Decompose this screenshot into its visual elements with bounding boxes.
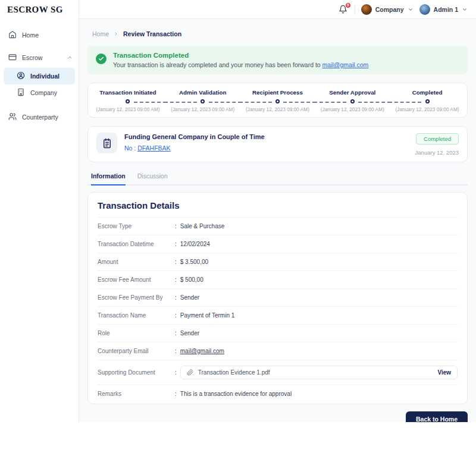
detail-label: Transaction Datetime (98, 241, 175, 247)
transaction-status-block: Completed January 12, 2023 (415, 133, 459, 156)
transaction-number: No : DFAHFBAK (124, 144, 265, 152)
detail-colon: : (175, 223, 177, 229)
company-avatar (361, 4, 372, 15)
step-circle (201, 99, 205, 103)
chevron-right-icon (114, 32, 118, 36)
breadcrumb: Home Review Transaction (87, 27, 468, 37)
detail-colon: : (175, 241, 177, 247)
sidebar: ESCROW SG Home Escrow (0, 0, 79, 422)
step-label: Transaction Initiated (90, 89, 165, 96)
detail-row-role: Role : Sender (98, 325, 458, 342)
detail-label: Escrow Type (98, 223, 175, 229)
sidebar-item-label: Individual (30, 73, 60, 80)
back-to-home-button[interactable]: Back to Home (406, 411, 468, 422)
detail-label: Transaction Name (98, 312, 175, 319)
sidebar-nav: Home Escrow Individual (0, 19, 79, 125)
chevron-down-icon (462, 7, 468, 12)
detail-value: This is a transaction evidence for appro… (180, 391, 292, 397)
footer-actions: Back to Home (87, 411, 468, 422)
detail-label: Role (98, 330, 175, 336)
app-frame: ESCROW SG Home Escrow (0, 0, 476, 422)
user-menu-label: Admin 1 (434, 6, 458, 13)
success-banner: Transaction Completed Your transaction i… (87, 46, 468, 74)
top-header: 9 Company Admin 1 (79, 0, 476, 19)
detail-value: $ 500,00 (180, 276, 203, 283)
detail-colon: : (175, 391, 177, 397)
detail-value: Sender (180, 330, 199, 336)
step-transaction-initiated: Transaction Initiated (January 12, 2023 … (90, 89, 165, 112)
sidebar-item-escrow[interactable]: Escrow (0, 50, 79, 65)
notification-count-badge: 9 (345, 2, 351, 8)
detail-row-remarks: Remarks : This is a transaction evidence… (98, 385, 458, 402)
detail-label: Amount (98, 259, 175, 265)
header-divider (355, 5, 355, 14)
escrow-submenu: Individual Company (0, 68, 79, 101)
detail-row-escrow-fee-payment-by: Escrow Fee Payment By : Sender (98, 289, 458, 307)
main-column: 9 Company Admin 1 Home Review Transactio… (79, 0, 476, 422)
detail-label: Remarks (98, 391, 175, 397)
brand-logo: ESCROW SG (0, 0, 79, 19)
detail-colon: : (175, 348, 177, 354)
detail-label: Escrow Fee Amount (98, 276, 175, 283)
banner-email-link[interactable]: mail@gmail.com (322, 61, 369, 68)
sidebar-item-label: Escrow (22, 54, 42, 61)
detail-row-amount: Amount : $ 3.500,00 (98, 253, 458, 271)
clipboard-icon (96, 133, 117, 153)
tab-bar: Information Discussion (87, 172, 468, 185)
step-date: (January 12, 2023 09:00 AM) (90, 106, 165, 112)
transaction-number-label: No : (124, 144, 137, 152)
sidebar-item-home[interactable]: Home (0, 27, 79, 43)
detail-colon: : (175, 276, 177, 283)
tab-information[interactable]: Information (91, 172, 126, 185)
company-menu-label: Company (375, 6, 404, 13)
detail-colon: : (175, 312, 177, 319)
home-icon (8, 30, 17, 40)
company-menu[interactable]: Company (361, 4, 414, 15)
banner-text: Transaction Completed Your transaction i… (113, 52, 368, 68)
sidebar-item-counterparty[interactable]: Counterparty (0, 109, 79, 125)
notification-bell-button[interactable]: 9 (338, 4, 349, 15)
step-label: Sender Approval (315, 89, 390, 96)
sidebar-item-company[interactable]: Company (0, 84, 79, 101)
detail-row-escrow-type: Escrow Type : Sale & Purchase (98, 218, 458, 235)
transaction-title: Funding General Company in Couple of Tim… (124, 133, 265, 140)
user-avatar (419, 4, 430, 15)
detail-label: Supporting Document (98, 369, 175, 376)
detail-value: Sale & Purchase (180, 223, 225, 229)
banner-title: Transaction Completed (113, 52, 368, 59)
breadcrumb-home-link[interactable]: Home (92, 30, 109, 37)
step-circle (350, 99, 355, 103)
detail-value: $ 3.500,00 (180, 259, 208, 265)
chevron-down-icon (408, 7, 414, 12)
step-completed: Completed (January 12, 2023 09:00 AM) (390, 89, 465, 112)
document-attachment-box: Transaction Evidence 1.pdf View (180, 366, 458, 379)
status-badge: Completed (416, 133, 459, 144)
detail-row-escrow-fee-amount: Escrow Fee Amount : $ 500,00 (98, 271, 458, 289)
step-admin-validation: Admin Validation (January 12, 2023 09:00… (165, 89, 240, 112)
transaction-date: January 12, 2023 (415, 149, 459, 156)
check-circle-icon (96, 54, 107, 64)
tab-discussion[interactable]: Discussion (137, 172, 168, 185)
step-date: (January 12, 2023 09:00 AM) (390, 106, 465, 112)
transaction-summary-card: Funding General Company in Couple of Tim… (87, 126, 468, 162)
wallet-icon (8, 53, 17, 62)
chevron-up-icon (67, 54, 73, 61)
detail-colon: : (175, 369, 177, 376)
detail-row-transaction-datetime: Transaction Datetime : 12/02/2024 (98, 235, 458, 253)
document-view-button[interactable]: View (437, 369, 451, 376)
transaction-number-link[interactable]: DFAHFBAK (137, 144, 170, 152)
step-date: (January 12, 2023 09:00 AM) (165, 106, 240, 112)
sidebar-item-individual[interactable]: Individual (4, 68, 75, 84)
step-date: (January 12, 2023 09:00 AM) (315, 106, 390, 112)
counterparty-email-link[interactable]: mail@gmail.com (180, 348, 224, 354)
document-filename: Transaction Evidence 1.pdf (198, 369, 270, 376)
detail-row-counterparty-email: Counterparty Email : mail@gmail.com (98, 342, 458, 360)
detail-colon: : (175, 294, 177, 301)
detail-value: Sender (180, 294, 199, 301)
banner-message-text: Your transaction is already completed an… (113, 61, 322, 68)
detail-row-transaction-name: Transaction Name : Payment of Termin 1 (98, 307, 458, 325)
step-label: Admin Validation (165, 89, 240, 96)
users-icon (8, 112, 17, 122)
sidebar-item-label: Company (30, 89, 57, 96)
user-menu[interactable]: Admin 1 (419, 4, 468, 15)
